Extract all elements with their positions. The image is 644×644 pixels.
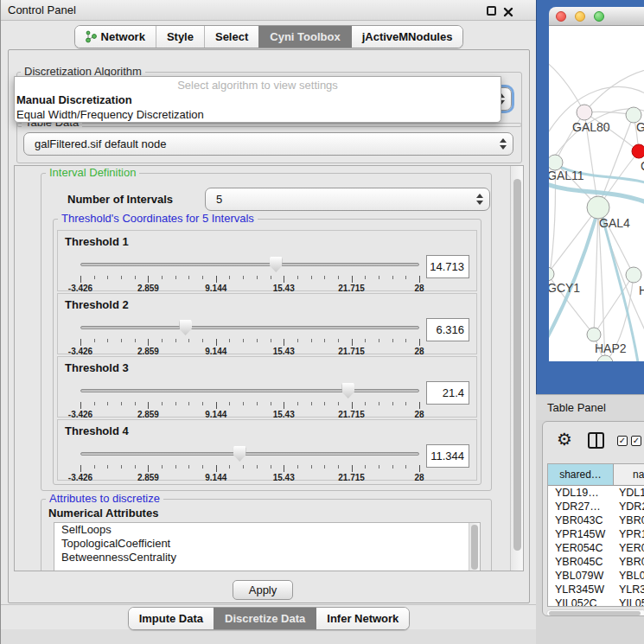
network-view-frame[interactable]: GAL80GACGAL11GAL4GCY1HHAP2 [536,0,644,394]
network-node-c[interactable] [632,144,644,158]
table-hscrollbar[interactable] [546,609,644,616]
column-layout-icon[interactable] [588,432,604,449]
tick-mark [80,402,81,409]
table-row[interactable]: YPR145WYPR145W [548,527,644,541]
settings-scrollbar[interactable] [510,166,523,571]
table-row[interactable]: YDL19…YDL19 [548,486,644,500]
tick-mark [216,465,217,472]
table-row[interactable]: YBL079WYBL079W [548,569,644,583]
column-header-na[interactable]: na [614,464,644,485]
tick-mark [257,276,258,279]
network-window-titlebar[interactable] [549,7,644,26]
table-cell: YIL052C [548,596,614,607]
table-data-combo[interactable]: galFiltered.sif default node [23,132,513,156]
settings-gear-icon[interactable]: ⚙ [557,430,572,449]
table-row[interactable]: YBR043CYBR043C [548,513,644,527]
slider-track[interactable] [80,452,419,456]
attribute-item-topologicalcoefficient[interactable]: TopologicalCoefficient [54,537,480,551]
tick-label: 28 [414,410,424,419]
apply-button[interactable]: Apply [233,580,293,600]
table-row[interactable]: YDR27…YDR27 [548,500,644,513]
tick-mark [338,465,339,469]
tick-mark [352,339,353,346]
tab-network[interactable]: Network [75,26,156,48]
network-canvas[interactable]: GAL80GACGAL11GAL4GCY1HHAP2 [549,26,644,361]
tick-mark [202,465,203,469]
tick-mark [419,339,420,346]
bottom-tab-bar: Impute DataDiscretize DataInfer Network [1,607,537,630]
network-edge [549,207,598,274]
scrollbar-thumb[interactable] [513,179,521,551]
scrollbar-thumb[interactable] [549,611,641,615]
table-row[interactable]: YLR345WYLR345W [548,583,644,596]
checkbox-checked-icon[interactable] [631,436,641,446]
network-node-gal80[interactable] [577,105,592,120]
tick-mark [229,339,230,342]
tab-discretize-data[interactable]: Discretize Data [214,608,316,629]
threshold-label: Threshold 3 [65,361,129,374]
node-label: HAP2 [595,341,627,355]
float-window-icon[interactable] [487,6,496,16]
node-label: GAL4 [599,216,630,230]
tick-mark [175,465,176,469]
slider-tick-labels: -3.4262.8599.14415.4321.71528 [80,284,419,293]
tick-mark [324,339,325,342]
slider-handle[interactable] [270,257,283,272]
table-cell: YDL19… [548,486,614,500]
close-icon[interactable] [503,5,513,16]
tick-mark [243,339,244,342]
column-header-shared[interactable]: shared… [548,464,614,485]
checkbox-checked-icon[interactable] [617,436,628,446]
node-label: GAL80 [572,120,610,134]
tick-mark [80,465,81,472]
table-cell: YPR145W [614,527,644,541]
slider-handle[interactable] [341,383,354,399]
threshold-value-field[interactable] [426,255,469,278]
slider-handle[interactable] [179,320,192,335]
tick-mark [257,402,258,405]
attributes-scrollbar[interactable] [469,523,480,571]
dropdown-option-manual-discretization[interactable]: Manual Discretization [15,92,501,107]
table-row[interactable]: YBR045CYBR045C [548,555,644,569]
table-header-row: shared…na [548,464,644,486]
dropdown-option-equal-width-frequency-discretization[interactable]: Equal Width/Frequency Discretization [15,107,501,122]
tick-label: 28 [414,347,424,356]
close-light-icon[interactable] [556,11,566,22]
minimize-light-icon[interactable] [575,11,585,22]
tick-mark [202,276,203,279]
network-node-h[interactable] [626,267,641,283]
num-intervals-combo[interactable]: 5 [205,188,490,211]
tick-mark [392,465,393,469]
slider-handle[interactable] [233,446,246,462]
tick-mark [352,276,353,283]
control-panel-window: Control Panel NetworkStyleSelectCyni Too… [0,0,536,644]
tab-select[interactable]: Select [204,26,258,48]
table-row[interactable]: YER054CYER054C [548,541,644,555]
network-node-gcy1[interactable] [549,267,554,281]
zoom-light-icon[interactable] [594,11,604,22]
bottom-tab-group: Impute DataDiscretize DataInfer Network [128,607,411,630]
attribute-item-betweennesscentrality[interactable]: BetweennessCentrality [54,551,480,564]
slider-track[interactable] [80,326,419,329]
attribute-item-selfloops[interactable]: SelfLoops [54,523,480,537]
tick-mark [107,339,108,342]
tab-infer-network[interactable]: Infer Network [316,608,409,629]
tab-cyni-toolbox[interactable]: Cyni Toolbox [258,26,350,48]
tick-mark [243,402,244,405]
threshold-value-field[interactable] [426,318,469,341]
threshold-value-field[interactable] [426,381,469,405]
table-row[interactable]: YIL052CYIL052C [548,596,644,607]
slider-track[interactable] [80,263,419,266]
slider-track[interactable] [80,389,419,392]
algorithm-dropdown-popup: Select algorithm to view settings Manual… [14,76,501,123]
slider-ticks [80,465,419,472]
tab-style[interactable]: Style [156,26,204,48]
network-node-hap2[interactable] [587,328,601,341]
scrollbar-thumb[interactable] [471,525,478,570]
tick-label: 2.859 [137,410,159,419]
threshold-value-field[interactable] [426,444,469,468]
tab-impute-data[interactable]: Impute Data [129,608,214,629]
tick-mark [324,402,325,405]
tab-jactivemnodules[interactable]: jActiveMNodules [351,26,463,48]
table-cell: YDR27… [548,500,614,513]
